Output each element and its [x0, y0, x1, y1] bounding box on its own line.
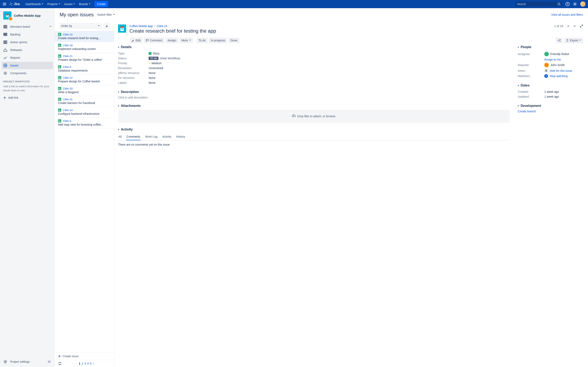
page-1[interactable]: 1 — [79, 362, 80, 365]
svg-rect-11 — [4, 25, 4, 28]
sidebar-item-reports[interactable]: Reports — [2, 54, 53, 61]
add-link-button[interactable]: Add link — [2, 95, 53, 100]
priority-medium-icon: ≡ — [149, 62, 150, 65]
field-label: Status: — [118, 57, 149, 60]
tab-activity[interactable]: Activity — [162, 133, 172, 140]
create-issue-button[interactable]: Create issue — [55, 352, 114, 360]
sidebar-item-issues[interactable]: Issues — [2, 62, 53, 69]
watch-link[interactable]: Stop watching — [550, 75, 568, 78]
issue-item[interactable]: CMA-15Create research brief for testing.… — [55, 31, 114, 42]
story-icon — [58, 119, 61, 123]
assign-to-me-link[interactable]: Assign to me — [544, 58, 561, 61]
prev-issue-icon[interactable] — [567, 25, 570, 27]
help-icon[interactable]: ? — [566, 2, 570, 6]
sidebar-item-backlog[interactable]: Backlog — [2, 31, 53, 38]
chevron-down-icon — [189, 39, 191, 42]
share-button[interactable] — [556, 38, 563, 43]
sidebar-item-releases[interactable]: Releases — [2, 46, 53, 54]
dates-section-header[interactable]: ▾Dates — [518, 83, 583, 87]
tab-worklog[interactable]: Work Log — [145, 133, 158, 140]
view-all-link[interactable]: View all issues and filters — [551, 13, 583, 16]
description-section-header[interactable]: ▾Description — [118, 90, 510, 94]
status-done-button[interactable]: Done — [228, 38, 239, 43]
app-switcher-icon[interactable] — [2, 2, 7, 6]
issue-item[interactable]: CMA-4Database requirements — [55, 64, 114, 75]
issue-counter: 1 of 15 — [554, 25, 563, 28]
order-by-dropdown[interactable]: Order by — [59, 23, 102, 29]
sidebar-item-label: Issues — [10, 64, 18, 67]
svg-rect-17 — [4, 41, 4, 44]
shortcuts-header: PROJECT SHORTCUTS — [2, 77, 53, 83]
attachments-section-header[interactable]: ▾Attachments — [118, 104, 510, 108]
development-section-header[interactable]: ▾Development — [518, 104, 583, 108]
reports-icon — [3, 56, 7, 60]
field-label: Labels: — [118, 81, 149, 84]
project-settings-link[interactable]: Project settings — [2, 358, 53, 365]
issue-item[interactable]: CMA-31Create banners for Facebook — [55, 96, 114, 107]
collapse-sidebar-icon[interactable] — [47, 360, 51, 364]
svg-rect-13 — [6, 25, 7, 28]
tab-all[interactable]: All — [118, 133, 122, 140]
sidebar-item-components[interactable]: Components — [2, 69, 53, 77]
jira-logo[interactable]: Jira — [9, 2, 20, 6]
create-branch-link[interactable]: Create branch — [518, 110, 536, 113]
page-next[interactable]: › — [93, 362, 94, 365]
export-icon — [566, 39, 569, 42]
svg-rect-0 — [3, 3, 6, 3]
attachment-dropzone[interactable]: Drop files to attach, or browse. — [118, 110, 510, 123]
page-2[interactable]: 2 — [81, 362, 83, 365]
switch-filter-dropdown[interactable]: Switch filter — [97, 13, 115, 16]
status-inprogress-button[interactable]: In progress — [209, 38, 227, 43]
description-placeholder[interactable]: Click to add description — [118, 96, 510, 99]
svg-point-30 — [560, 41, 561, 42]
issue-item[interactable]: CMA-33Write a blogpost — [55, 85, 114, 96]
menu-issues[interactable]: Issues — [63, 1, 77, 7]
user-avatar[interactable] — [580, 1, 586, 7]
search-input[interactable] — [517, 2, 557, 6]
field-label: Votes: — [518, 69, 544, 72]
issue-item[interactable]: CMA-5Add map view for browsing coffee... — [55, 118, 114, 128]
field-label: Created: — [518, 90, 544, 93]
breadcrumb-key[interactable]: CMA-15 — [157, 25, 167, 28]
status-todo-button[interactable]: To do — [197, 38, 208, 43]
page-4[interactable]: 4 — [87, 362, 89, 365]
chevron-down-icon: ▾ — [518, 105, 519, 107]
tab-history[interactable]: History — [176, 133, 186, 140]
story-icon — [58, 76, 61, 79]
page-5[interactable]: 5 — [90, 362, 92, 365]
chevron-down-icon: ▾ — [518, 46, 519, 49]
chevron-down-icon — [73, 2, 75, 6]
svg-point-29 — [560, 39, 561, 40]
refresh-icon[interactable] — [58, 362, 62, 365]
create-button[interactable]: Create — [95, 1, 108, 7]
details-section-header[interactable]: ▾Details — [118, 45, 510, 49]
export-button[interactable]: Export — [564, 38, 583, 43]
sidebar-item-sprints[interactable]: Active sprints — [2, 39, 53, 46]
edit-button[interactable]: Edit — [130, 38, 143, 43]
activity-section-header[interactable]: ▾Activity — [118, 128, 510, 131]
tab-comments[interactable]: Comments — [126, 133, 141, 140]
page-3[interactable]: 3 — [84, 362, 86, 365]
comment-icon — [146, 39, 149, 42]
issue-item[interactable]: CMA-21Prepare design for "Order a coffee… — [55, 53, 114, 64]
next-issue-icon[interactable] — [573, 25, 576, 27]
sort-direction-button[interactable] — [104, 23, 110, 29]
people-section-header[interactable]: ▾People — [518, 45, 583, 49]
sidebar-item-board[interactable]: Monsters board — [2, 23, 53, 30]
issue-item[interactable]: CMA-22Prepare design for Coffee basket — [55, 75, 114, 85]
issue-item[interactable]: CMA-14Configure backend infrastructure — [55, 107, 114, 118]
menu-dashboards[interactable]: Dashboards — [24, 1, 45, 7]
search-box[interactable] — [515, 2, 562, 7]
more-button[interactable]: More — [180, 38, 193, 43]
expand-icon[interactable] — [580, 25, 583, 28]
comment-button[interactable]: Comment — [144, 38, 164, 43]
project-header[interactable]: Coffee Mobile App — [2, 11, 53, 23]
issue-item[interactable]: CMA-18Implement onboarding screen — [55, 42, 114, 53]
vote-link[interactable]: Vote for this issue — [550, 69, 572, 72]
breadcrumb-project[interactable]: Coffee Mobile App — [130, 25, 153, 28]
menu-projects[interactable]: Projects — [46, 1, 62, 7]
settings-icon[interactable] — [573, 2, 577, 6]
menu-boards[interactable]: Boards — [77, 1, 92, 7]
assign-button[interactable]: Assign — [165, 38, 178, 43]
view-workflow-link[interactable]: (View Workflow) — [160, 57, 180, 60]
